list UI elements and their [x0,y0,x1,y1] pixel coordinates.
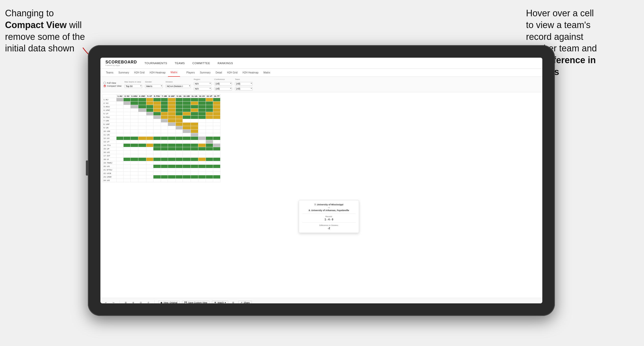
matrix-cell[interactable] [124,140,131,144]
matrix-cell[interactable] [138,126,146,130]
grid-button[interactable]: ⊞ [231,301,236,304]
undo-button[interactable]: ↩ [103,301,108,304]
matrix-cell[interactable] [206,137,213,140]
matrix-cell[interactable] [138,102,146,105]
matrix-cell[interactable] [191,123,198,126]
matrix-cell[interactable] [131,119,138,123]
matrix-cell[interactable] [138,133,146,137]
matrix-cell[interactable] [153,133,161,137]
matrix-cell[interactable] [168,172,175,175]
matrix-cell[interactable] [146,175,153,179]
matrix-cell[interactable] [116,112,124,116]
matrix-cell[interactable] [168,116,175,119]
matrix-cell[interactable] [183,158,191,161]
max-teams-select[interactable]: Top 50 [125,84,142,88]
matrix-cell[interactable] [168,147,175,151]
matrix-cell[interactable] [168,165,175,168]
matrix-cell[interactable] [191,119,198,123]
matrix-cell[interactable] [131,109,138,112]
matrix-cell[interactable] [198,137,206,140]
zoom-out-button[interactable]: ⊟ [138,301,143,304]
matrix-cell[interactable] [198,151,206,154]
matrix-cell[interactable] [191,172,198,175]
matrix-cell[interactable] [116,175,124,179]
matrix-cell[interactable] [153,98,161,102]
matrix-cell[interactable] [168,175,175,179]
matrix-cell[interactable] [168,179,175,182]
matrix-cell[interactable] [183,140,191,144]
matrix-cell[interactable] [161,154,168,158]
matrix-cell[interactable] [124,126,131,130]
matrix-cell[interactable] [138,98,146,102]
subnav-players-h2h-heatmap[interactable]: H2H Heatmap [240,69,261,77]
matrix-cell[interactable] [198,112,206,116]
matrix-cell[interactable] [191,98,198,102]
matrix-cell[interactable] [161,116,168,119]
matrix-cell[interactable] [206,123,213,126]
matrix-cell[interactable] [198,98,206,102]
matrix-cell[interactable] [146,109,153,112]
matrix-cell[interactable] [116,105,124,109]
region-select-1[interactable]: N/A [194,82,211,85]
subnav-players-matrix[interactable]: Matrix [261,69,273,77]
matrix-cell[interactable] [124,105,131,109]
matrix-cell[interactable] [191,175,198,179]
matrix-cell[interactable] [124,165,131,168]
nav-teams[interactable]: TEAMS [175,62,185,65]
matrix-cell[interactable] [213,105,220,109]
matrix-cell[interactable] [175,144,183,147]
redo-button[interactable]: ↪ [111,301,116,304]
matrix-cell[interactable] [213,168,220,172]
matrix-cell[interactable] [153,126,161,130]
matrix-cell[interactable] [175,126,183,130]
matrix-cell[interactable] [161,165,168,168]
matrix-cell[interactable] [206,144,213,147]
matrix-cell[interactable] [191,151,198,154]
matrix-cell[interactable] [124,175,131,179]
matrix-cell[interactable] [116,161,124,165]
matrix-cell[interactable] [131,158,138,161]
matrix-cell[interactable] [131,172,138,175]
matrix-cell[interactable] [161,161,168,165]
matrix-cell[interactable] [183,126,191,130]
matrix-cell[interactable] [191,144,198,147]
matrix-cell[interactable] [191,130,198,133]
matrix-cell[interactable] [161,147,168,151]
matrix-cell[interactable] [213,137,220,140]
matrix-cell[interactable] [116,147,124,151]
matrix-cell[interactable] [138,105,146,109]
matrix-cell[interactable] [138,116,146,119]
matrix-cell[interactable] [175,130,183,133]
matrix-cell[interactable] [168,151,175,154]
matrix-cell[interactable] [191,147,198,151]
matrix-cell[interactable] [146,102,153,105]
matrix-cell[interactable] [161,172,168,175]
matrix-cell[interactable] [153,140,161,144]
matrix-cell[interactable] [198,168,206,172]
matrix-cell[interactable] [138,165,146,168]
matrix-cell[interactable] [124,133,131,137]
matrix-cell[interactable] [138,144,146,147]
nav-committee[interactable]: COMMITTEE [192,62,210,65]
matrix-cell[interactable] [213,140,220,144]
matrix-cell[interactable] [213,112,220,116]
matrix-cell[interactable] [131,151,138,154]
subnav-h2h-grid[interactable]: H2H Grid [132,69,147,77]
matrix-cell[interactable] [131,179,138,182]
matrix-cell[interactable] [206,119,213,123]
matrix-cell[interactable] [191,133,198,137]
matrix-cell[interactable] [161,133,168,137]
matrix-cell[interactable] [168,119,175,123]
matrix-cell[interactable] [175,112,183,116]
matrix-cell[interactable] [131,102,138,105]
matrix-cell[interactable] [153,119,161,123]
matrix-cell[interactable] [161,140,168,144]
nav-rankings[interactable]: RANKINGS [218,62,233,65]
matrix-cell[interactable] [116,133,124,137]
matrix-cell[interactable] [183,116,191,119]
matrix-cell[interactable] [183,144,191,147]
matrix-cell[interactable] [175,137,183,140]
matrix-cell[interactable] [161,137,168,140]
matrix-cell[interactable] [206,116,213,119]
subnav-matrix[interactable]: Matrix [168,69,180,77]
